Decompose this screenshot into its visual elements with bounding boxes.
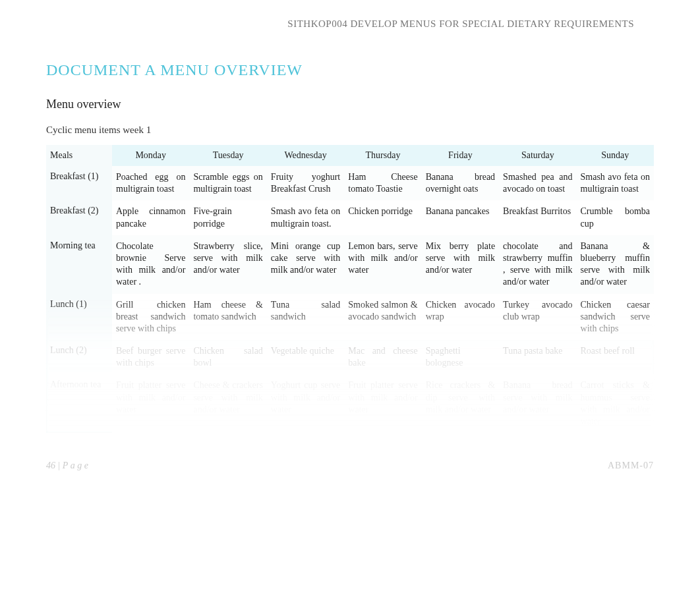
cell: Cheese & crackers serve with milk and/or…: [189, 374, 266, 433]
cell: Banana bread overnight oats: [422, 166, 499, 200]
cell: Spaghetti bolognese: [422, 340, 499, 374]
cell: Ham cheese & tomato sandwich: [189, 294, 266, 341]
table-row: Breakfast (2) Apple cinnamon pancake Fiv…: [46, 200, 654, 235]
col-tuesday: Tuesday: [189, 145, 266, 166]
cell: Beef burger serve with chips: [112, 340, 189, 374]
cell: Smash avo feta on multigrain toast.: [267, 200, 344, 235]
row-label: Breakfast (2): [46, 200, 112, 235]
cell: Yoghurt cup serve with milk and/or water: [267, 374, 344, 433]
table-wrap: Meals Monday Tuesday Wednesday Thursday …: [46, 145, 654, 433]
cell: chocolate and strawberry muffin , serve …: [499, 235, 576, 294]
table-row: Lunch (1) Grill chicken breast sandwich …: [46, 294, 654, 341]
cell: Rice crackers & dip serve with milk and/…: [422, 374, 499, 433]
cell: Lemon bars, serve with milk and/or water: [344, 235, 421, 294]
cell: Crumble bomba cup: [577, 200, 654, 235]
row-label: Breakfast (1): [46, 166, 112, 200]
page-footer: 46 | P a g e ABMM-07: [0, 461, 700, 471]
page-content: DOCUMENT A MENU OVERVIEW Menu overview C…: [0, 35, 700, 433]
cell: Chicken caesar sandwich serve with chips: [577, 294, 654, 341]
row-label: Morning tea: [46, 235, 112, 294]
cell: Mini orange cup cake serve with milk and…: [267, 235, 344, 294]
cell: Tuna pasta bake: [499, 340, 576, 374]
page-title: DOCUMENT A MENU OVERVIEW: [46, 61, 654, 79]
cell: Banana pancakes: [422, 200, 499, 235]
cell: Strawberry slice, serve with milk and/or…: [189, 235, 266, 294]
col-saturday: Saturday: [499, 145, 576, 166]
cell: Mix berry plate serve with milk and/or w…: [422, 235, 499, 294]
subheading: Cyclic menu items week 1: [46, 125, 654, 136]
row-label: Afternoon tea: [46, 374, 112, 433]
cell: Smashed pea and avocado on toast: [499, 166, 576, 200]
cell: Five-grain porridge: [189, 200, 266, 235]
footer-page-number: 46 | P a g e: [46, 461, 88, 471]
row-label: Lunch (2): [46, 340, 112, 374]
col-sunday: Sunday: [577, 145, 654, 166]
cell: Breakfast Burritos: [499, 200, 576, 235]
cell: Ham Cheese tomato Toastie: [344, 166, 421, 200]
col-meals: Meals: [46, 145, 112, 166]
col-wednesday: Wednesday: [267, 145, 344, 166]
cell: Chocolate brownie Serve with milk and/or…: [112, 235, 189, 294]
cell: Grill chicken breast sandwich serve with…: [112, 294, 189, 341]
col-thursday: Thursday: [344, 145, 421, 166]
cell: Chicken avocado wrap: [422, 294, 499, 341]
footer-doc-code: ABMM-07: [608, 461, 654, 471]
subtitle: Menu overview: [46, 98, 654, 111]
cell: Carrot sticks & hummus serve with milk a…: [577, 374, 654, 433]
cell: Tuna salad sandwich: [267, 294, 344, 341]
cell: Banana & blueberry muffin serve with mil…: [577, 235, 654, 294]
cell: Smoked salmon & avocado sandwich: [344, 294, 421, 341]
cell: Vegetable quiche: [267, 340, 344, 374]
col-friday: Friday: [422, 145, 499, 166]
cell: Chicken salad bowl: [189, 340, 266, 374]
header-course-code: SITHKOP004 DEVELOP MENUS FOR SPECIAL DIE…: [0, 0, 700, 35]
cell: Poached egg on multigrain toast: [112, 166, 189, 200]
cell: Apple cinnamon pancake: [112, 200, 189, 235]
cell: Scramble eggs on multigrain toast: [189, 166, 266, 200]
cell: Fruit platter serve with milk and/or wat…: [112, 374, 189, 433]
cell: Fruity yoghurt Breakfast Crush: [267, 166, 344, 200]
cell: Chicken porridge: [344, 200, 421, 235]
cell: Turkey avocado club wrap: [499, 294, 576, 341]
table-row: Afternoon tea Fruit platter serve with m…: [46, 374, 654, 433]
table-row: Breakfast (1) Poached egg on multigrain …: [46, 166, 654, 200]
col-monday: Monday: [112, 145, 189, 166]
cell: Fruit platter serve with milk and/or wat…: [344, 374, 421, 433]
menu-table: Meals Monday Tuesday Wednesday Thursday …: [46, 145, 654, 433]
cell: Roast beef roll: [577, 340, 654, 374]
cell: Smash avo feta on multigrain toast: [577, 166, 654, 200]
cell: Mac and cheese bake: [344, 340, 421, 374]
table-header-row: Meals Monday Tuesday Wednesday Thursday …: [46, 145, 654, 166]
table-row: Morning tea Chocolate brownie Serve with…: [46, 235, 654, 294]
table-row: Lunch (2) Beef burger serve with chips C…: [46, 340, 654, 374]
cell: Banana bread serve with milk and/or wate…: [499, 374, 576, 433]
row-label: Lunch (1): [46, 294, 112, 341]
